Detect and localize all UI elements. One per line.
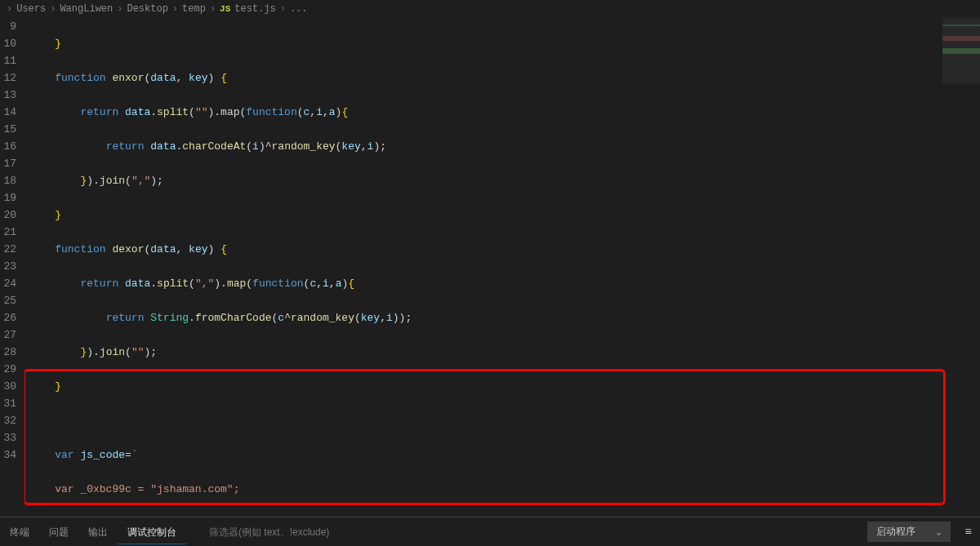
- breadcrumb-seg[interactable]: WangLiwen: [60, 3, 113, 15]
- tab-output[interactable]: 输出: [78, 520, 118, 544]
- js-file-icon: JS: [220, 4, 230, 14]
- minimap[interactable]: [942, 18, 980, 83]
- breadcrumb-more[interactable]: ...: [290, 3, 308, 15]
- tab-debug-console[interactable]: 调试控制台: [118, 520, 186, 544]
- chevron-right-icon: ›: [7, 3, 12, 15]
- filter-box[interactable]: [209, 526, 552, 538]
- chevron-right-icon: ›: [210, 3, 216, 15]
- tab-terminal[interactable]: 终端: [0, 520, 39, 544]
- breadcrumb: › Users › WangLiwen › Desktop › temp › J…: [0, 0, 980, 18]
- launch-select[interactable]: 启动程序 ⌄: [867, 522, 951, 542]
- chevron-right-icon: ›: [117, 3, 122, 15]
- bottom-panel: 终端 问题 输出 调试控制台 启动程序 ⌄ ≡: [0, 517, 980, 546]
- tab-problems[interactable]: 问题: [39, 520, 78, 544]
- panel-actions: ≡: [957, 526, 980, 539]
- breadcrumb-seg[interactable]: temp: [182, 3, 206, 15]
- launch-label: 启动程序: [876, 525, 915, 539]
- breadcrumb-file[interactable]: test.js: [234, 3, 275, 15]
- chevron-right-icon: ›: [280, 3, 286, 15]
- clear-icon[interactable]: ≡: [965, 526, 972, 539]
- filter-input[interactable]: [209, 526, 552, 538]
- chevron-down-icon: ⌄: [937, 527, 942, 537]
- line-number-gutter: 9101112131415161718192021222324252627282…: [0, 18, 24, 512]
- chevron-right-icon: ›: [172, 3, 178, 15]
- panel-tabs: 终端 问题 输出 调试控制台: [0, 520, 186, 544]
- launch-config: 启动程序 ⌄: [867, 522, 951, 542]
- code-content[interactable]: } function enxor(data, key) { return dat…: [24, 18, 980, 512]
- breadcrumb-seg[interactable]: Desktop: [127, 3, 167, 15]
- breadcrumb-seg[interactable]: Users: [16, 3, 46, 15]
- code-editor[interactable]: 9101112131415161718192021222324252627282…: [0, 18, 980, 512]
- chevron-right-icon: ›: [50, 3, 56, 15]
